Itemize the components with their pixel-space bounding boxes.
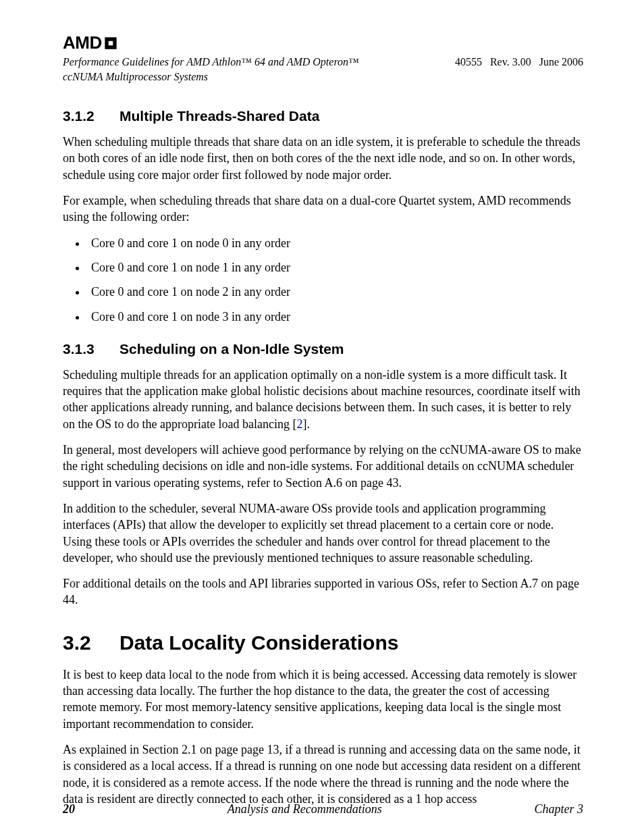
- heading-number: 3.1.3: [63, 341, 119, 357]
- list-item: Core 0 and core 1 on node 1 in any order: [87, 259, 583, 276]
- list-item: Core 0 and core 1 on node 3 in any order: [87, 309, 583, 325]
- heading-3-2: 3.2Data Locality Considerations: [63, 631, 583, 654]
- paragraph: In addition to the scheduler, several NU…: [63, 500, 583, 566]
- paragraph: For additional details on the tools and …: [63, 575, 583, 608]
- paragraph: As explained in Section 2.1 on page page…: [63, 741, 583, 807]
- footer-chapter: Chapter 3: [534, 802, 583, 816]
- doc-title: Performance Guidelines for AMD Athlon™ 6…: [63, 55, 359, 84]
- text-run: Scheduling multiple threads for an appli…: [63, 368, 581, 431]
- heading-number: 3.1.2: [63, 108, 119, 124]
- heading-3-1-2: 3.1.2Multiple Threads-Shared Data: [63, 108, 583, 124]
- text-run: ].: [302, 417, 310, 431]
- heading-number: 3.2: [63, 631, 119, 654]
- document-page: AMD Performance Guidelines for AMD Athlo…: [0, 0, 644, 834]
- heading-3-1-3: 3.1.3Scheduling on a Non-Idle System: [63, 341, 583, 357]
- page-footer: 20 Analysis and Recommendations Chapter …: [63, 802, 583, 816]
- doc-title-line2: ccNUMA Multiprocessor Systems: [63, 71, 208, 82]
- heading-title: Multiple Threads-Shared Data: [119, 108, 319, 124]
- running-header: Performance Guidelines for AMD Athlon™ 6…: [63, 55, 583, 84]
- doc-date: June 2006: [539, 56, 583, 68]
- heading-title: Data Locality Considerations: [119, 631, 398, 654]
- footer-title: Analysis and Recommendations: [227, 802, 382, 816]
- brand-logo: AMD: [63, 32, 583, 53]
- amd-logo: AMD: [63, 32, 583, 53]
- doc-number: 40555: [455, 56, 482, 68]
- paragraph: It is best to keep data local to the nod…: [63, 667, 583, 732]
- doc-title-line1: Performance Guidelines for AMD Athlon™ 6…: [63, 56, 359, 68]
- paragraph: For example, when scheduling threads tha…: [63, 192, 583, 226]
- list-item: Core 0 and core 1 on node 2 in any order: [87, 284, 583, 300]
- paragraph: Scheduling multiple threads for an appli…: [63, 367, 583, 432]
- paragraph: In general, most developers will achieve…: [63, 442, 583, 491]
- list-item: Core 0 and core 1 on node 0 in any order: [87, 235, 583, 251]
- paragraph: When scheduling multiple threads that sh…: [63, 134, 583, 183]
- heading-title: Scheduling on a Non-Idle System: [119, 341, 344, 357]
- doc-revision: Rev. 3.00: [490, 56, 531, 68]
- page-number: 20: [63, 802, 75, 816]
- logo-text: AMD: [63, 32, 102, 53]
- amd-arrow-icon: [102, 34, 119, 52]
- doc-meta: 40555 Rev. 3.00 June 2006: [455, 55, 583, 68]
- bullet-list: Core 0 and core 1 on node 0 in any order…: [63, 235, 583, 325]
